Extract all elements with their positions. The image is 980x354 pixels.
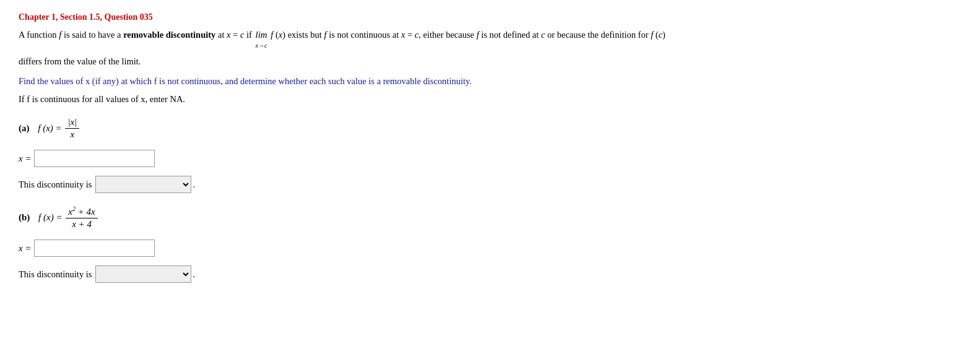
- intro-text-3: f (x) exists but f is not continuous at …: [269, 30, 666, 40]
- chapter-heading: Chapter 1, Section 1.5, Question 035: [19, 12, 961, 22]
- na-instruction-text: If f is continuous for all values of x, …: [19, 94, 185, 104]
- na-instruction: If f is continuous for all values of x, …: [19, 94, 961, 105]
- part-b-discontinuity-label: This discontinuity is: [19, 269, 92, 280]
- intro-paragraph: A function f is said to have a removable…: [19, 27, 961, 51]
- limit-notation: limx→c: [255, 27, 267, 51]
- part-a-discontinuity-select[interactable]: removable not removable: [95, 176, 191, 193]
- intro-text-1: is said to have a: [61, 30, 123, 40]
- part-a-input-label: x =: [19, 153, 32, 164]
- intro-bold-term: removable discontinuity: [123, 30, 215, 40]
- part-a-period: .: [193, 179, 195, 190]
- part-b-label: (b): [19, 212, 30, 223]
- part-a-discontinuity-row: This discontinuity is removable not remo…: [19, 176, 961, 193]
- part-b-period: .: [193, 269, 195, 280]
- part-b-function: (b) f (x) = x2 + 4x x + 4: [19, 205, 961, 230]
- intro-line2-text: differs from the value of the limit.: [19, 56, 141, 66]
- part-a-fx-prefix: f (x) =: [36, 123, 64, 134]
- part-a-function: (a) f (x) = |x| x: [19, 117, 961, 140]
- lim-text: lim: [255, 27, 267, 42]
- question-instruction: Find the values of x (if any) at which f…: [19, 76, 961, 87]
- part-a-x-input[interactable]: [34, 150, 155, 167]
- lim-sub: x→c: [256, 41, 267, 51]
- part-b-input-row: x =: [19, 240, 961, 257]
- part-b-fx-prefix: f (x) =: [36, 212, 64, 223]
- part-b-discontinuity-select[interactable]: removable not removable: [95, 266, 191, 283]
- intro-text-2: at x = c if: [215, 30, 254, 40]
- part-a-input-row: x =: [19, 150, 961, 167]
- part-a-label: (a): [19, 123, 30, 134]
- part-b-x-input[interactable]: [34, 240, 155, 257]
- part-b-input-label: x =: [19, 243, 32, 254]
- intro-text-pre: A function: [19, 30, 59, 40]
- part-a-numerator: |x|: [65, 117, 79, 129]
- part-b-discontinuity-row: This discontinuity is removable not remo…: [19, 266, 961, 283]
- part-b-numerator: x2 + 4x: [66, 205, 97, 218]
- part-a-denominator: x: [68, 129, 77, 140]
- part-a-discontinuity-label: This discontinuity is: [19, 179, 92, 190]
- intro-line2: differs from the value of the limit.: [19, 54, 961, 69]
- part-b-denominator: x + 4: [69, 218, 94, 230]
- question-instruction-text: Find the values of x (if any) at which f…: [19, 76, 472, 86]
- part-b-fraction: x2 + 4x x + 4: [66, 205, 97, 230]
- part-a-fraction: |x| x: [65, 117, 79, 140]
